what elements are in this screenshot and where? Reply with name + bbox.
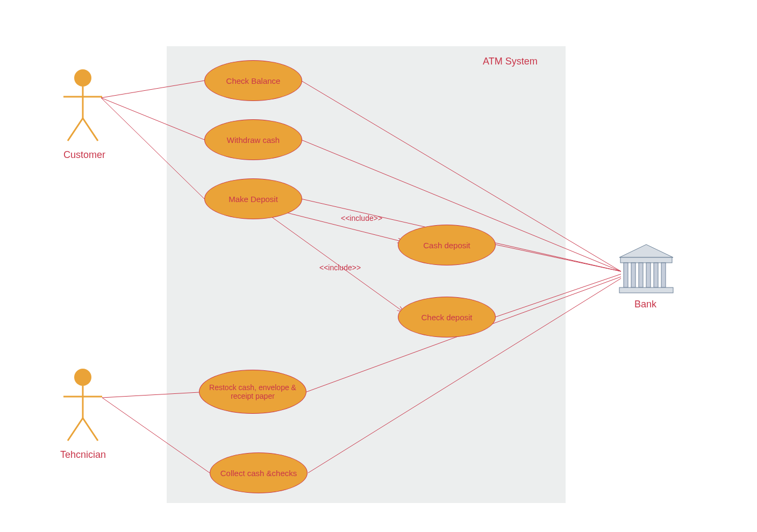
- usecase-make-deposit: Make Deposit: [204, 178, 302, 219]
- usecase-withdraw-cash: Withdraw cash: [204, 119, 302, 160]
- svg-rect-27: [631, 263, 635, 287]
- svg-marker-24: [619, 245, 673, 257]
- svg-rect-31: [661, 263, 666, 287]
- svg-rect-29: [646, 263, 651, 287]
- usecase-check-balance: Check Balance: [204, 60, 302, 101]
- svg-rect-26: [624, 263, 628, 287]
- svg-rect-32: [619, 287, 673, 293]
- include-label-2: <<include>>: [319, 263, 361, 272]
- svg-rect-28: [639, 263, 643, 287]
- bank-label: Bank: [634, 299, 656, 310]
- diagram-canvas: ATM System Customer: [0, 0, 757, 532]
- svg-rect-30: [654, 263, 658, 287]
- svg-rect-25: [620, 257, 672, 263]
- include-label-1: <<include>>: [341, 214, 382, 222]
- usecase-cash-deposit: Cash deposit: [398, 225, 496, 265]
- usecase-restock: Restock cash, envelope & receipt paper: [199, 370, 306, 414]
- usecase-check-deposit: Check deposit: [398, 297, 496, 337]
- usecase-collect: Collect cash &checks: [210, 452, 308, 493]
- bank-actor-icon: [0, 0, 757, 532]
